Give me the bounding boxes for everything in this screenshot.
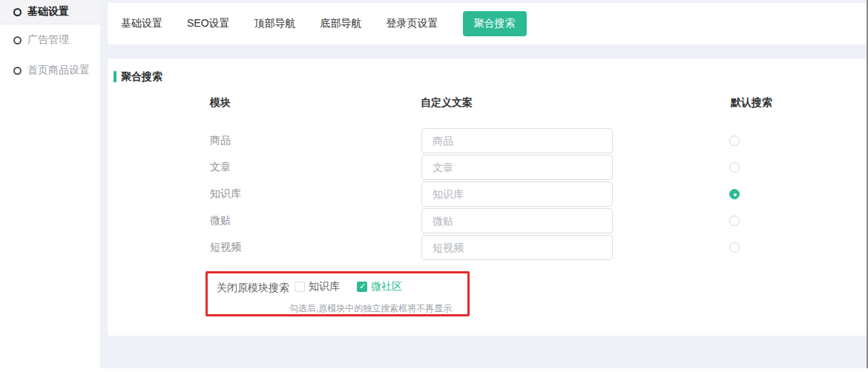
- custom-text-input[interactable]: [421, 208, 613, 233]
- circle-icon: [13, 67, 22, 75]
- module-label: 文章: [210, 161, 231, 174]
- circle-icon: [13, 8, 22, 16]
- section-accent-bar: [114, 71, 116, 82]
- custom-text-input[interactable]: [421, 155, 613, 180]
- default-search-radio[interactable]: [729, 189, 740, 199]
- checkbox-micro-community[interactable]: 微社区: [357, 280, 402, 293]
- checkbox-icon: [295, 282, 305, 292]
- default-search-radio[interactable]: [729, 242, 740, 253]
- circle-icon: [13, 36, 22, 44]
- checkbox-help-text: 勾选后,原模块中的独立搜索框将不再显示: [289, 302, 452, 315]
- sidebar-item-label: 基础设置: [27, 5, 69, 19]
- sidebar-item-home-product-settings[interactable]: 首页商品设置: [0, 59, 100, 82]
- custom-text-input[interactable]: [421, 182, 613, 207]
- custom-text-input[interactable]: [421, 128, 613, 153]
- tab-bottom-nav[interactable]: 底部导航: [320, 17, 362, 30]
- tab-top-nav[interactable]: 顶部导航: [254, 17, 296, 30]
- sidebar-item-label: 首页商品设置: [27, 64, 90, 77]
- close-module-search-label: 关闭原模块搜索: [217, 282, 289, 295]
- tab-seo-settings[interactable]: SEO设置: [187, 17, 230, 30]
- column-header-custom-text: 自定义文案: [421, 96, 473, 110]
- column-header-default-search: 默认搜索: [731, 96, 772, 110]
- sidebar-item-ad-management[interactable]: 广告管理: [0, 28, 100, 52]
- bottom-strip: [0, 368, 868, 372]
- column-header-module: 模块: [210, 96, 231, 110]
- sidebar-item-label: 广告管理: [27, 33, 69, 47]
- default-search-radio[interactable]: [729, 162, 740, 173]
- checkbox-knowledge-base[interactable]: 知识库: [295, 280, 340, 293]
- sidebar: 基础设置 广告管理 首页商品设置: [0, 0, 100, 372]
- tab-aggregate-search[interactable]: 聚合搜索: [463, 11, 527, 36]
- module-label: 微贴: [210, 214, 231, 227]
- default-search-radio[interactable]: [729, 136, 740, 146]
- custom-text-input[interactable]: [421, 235, 613, 260]
- module-label: 商品: [210, 134, 231, 147]
- section-title: 聚合搜索: [121, 70, 162, 84]
- tab-bar: 基础设置 SEO设置 顶部导航 底部导航 登录页设置 聚合搜索: [108, 3, 867, 44]
- checkbox-icon: [357, 282, 367, 292]
- aggregate-search-panel: 聚合搜索 模块 自定义文案 默认搜索 商品 文章 知识库 微贴 短视频 关闭原模…: [108, 59, 867, 336]
- checkbox-label: 知识库: [309, 280, 340, 293]
- sidebar-item-basic-settings[interactable]: 基础设置: [0, 0, 100, 24]
- tab-basic-settings[interactable]: 基础设置: [121, 17, 162, 30]
- tab-login-page[interactable]: 登录页设置: [387, 17, 438, 30]
- default-search-radio[interactable]: [729, 216, 740, 226]
- module-label: 短视频: [210, 241, 241, 254]
- module-label: 知识库: [210, 187, 241, 201]
- checkbox-label: 微社区: [371, 280, 402, 293]
